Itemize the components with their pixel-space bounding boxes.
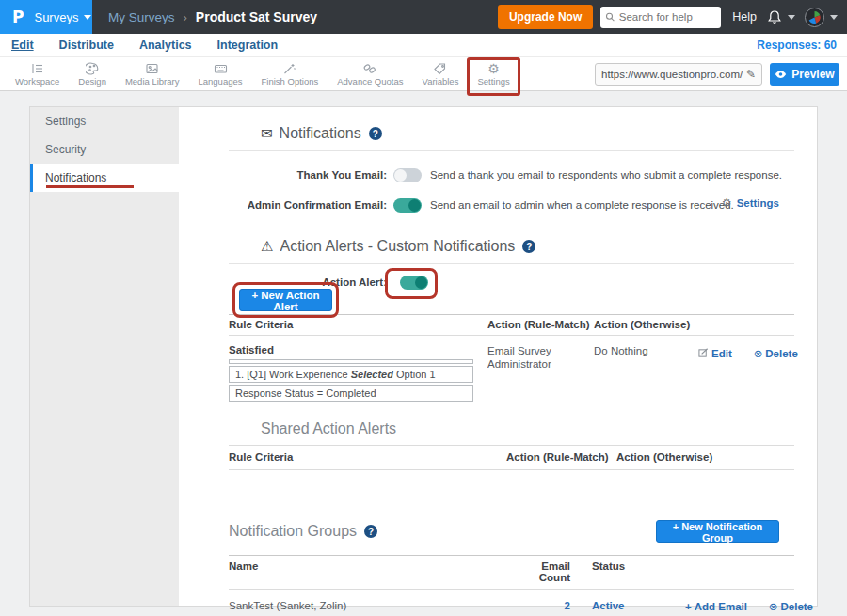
chevron-down-icon [788,15,795,20]
account-menu[interactable] [805,8,838,27]
settings-sidebar: Settings Security Notifications [30,107,179,606]
help-search-box[interactable] [600,7,721,28]
settings-card: Settings Security Notifications ✉ Notifi… [29,106,818,607]
section-title-notifications: Notifications [280,125,361,142]
delete-alert-link[interactable]: ⊗Delete [754,348,798,359]
questionpro-logo-icon: P [12,8,24,26]
survey-nav: Edit Distribute Analytics Integration Re… [0,34,847,56]
col-action-rule-match: Action (Rule-Match) [487,319,594,330]
edit-toolbar: Workspace Design Media Library Languages… [0,56,847,91]
action-alert-label: Action Alert: [229,276,387,288]
action-alert-toggle[interactable] [400,276,428,290]
group-name: SankTest (Sanket, Zolin) [229,599,511,612]
col-rule-criteria: Rule Criteria [229,451,506,463]
chevron-down-icon [830,15,838,20]
tab-analytics[interactable]: Analytics [139,39,192,52]
product-menu[interactable]: P Surveys [0,0,92,34]
delete-group-link[interactable]: ⊗Delete [769,601,813,612]
preview-button[interactable]: Preview [770,63,839,86]
action-rule-match-cell: Email Survey Administrator [487,344,594,402]
shared-alerts-section-header: Shared Action Alerts [261,420,794,437]
magic-wand-icon [282,61,296,75]
upgrade-now-button[interactable]: Upgrade Now [498,5,593,29]
notifications-content: ✉ Notifications ? Thank You Email: Send … [179,107,817,606]
sidebar-item-security[interactable]: Security [30,135,179,164]
notifications-annotation-underline [46,185,134,188]
toolbar-item-design[interactable]: Design [69,56,116,91]
divider [229,150,794,151]
edit-alert-link[interactable]: Edit [698,348,732,359]
edit-icon [698,348,709,358]
add-email-link[interactable]: +Add Email [685,601,747,612]
thank-you-email-label: Thank You Email: [229,169,387,181]
new-notification-group-button[interactable]: +New Notification Group [656,520,779,543]
thank-you-email-desc: Send a thank you email to respondents wh… [430,169,782,181]
notifications-bell-menu[interactable] [767,9,795,25]
top-bar: P Surveys My Surveys › Product Sat Surve… [0,0,847,34]
group-status[interactable]: Active [570,600,685,611]
sidebar-item-settings[interactable]: Settings [30,107,179,135]
thank-you-email-toggle[interactable] [393,168,422,182]
notification-groups-header: Notification Groups ? +New Notification … [229,520,794,543]
help-question-icon[interactable]: ? [522,240,535,253]
group-email-count-link[interactable]: 2 [511,600,570,611]
breadcrumb-separator-icon: › [184,10,187,24]
survey-url-text: https://www.questionpro.com/t/. [601,69,743,80]
action-alerts-table-header: Rule Criteria Action (Rule-Match) Action… [229,314,794,336]
plus-icon: + [673,521,679,532]
criteria-box-2: Response Status = Completed [229,385,473,402]
section-title-notification-groups: Notification Groups [229,523,357,540]
new-action-alert-button[interactable]: +New Action Alert [239,289,332,311]
tab-edit[interactable]: Edit [11,39,34,52]
chevron-down-icon [84,15,91,20]
col-action-otherwise: Action (Otherwise) [594,319,698,330]
breadcrumb-current: Product Sat Survey [196,9,317,24]
settings-page: Settings Security Notifications ✉ Notifi… [0,91,847,616]
admin-confirmation-email-desc: Send an email to admin when a complete r… [430,199,734,211]
col-status: Status [570,561,685,583]
survey-url-field[interactable]: https://www.questionpro.com/t/. ✎ [595,63,762,86]
thank-you-email-row: Thank You Email: Send a thank you email … [229,165,794,185]
toolbar-item-advance-quotas[interactable]: Advance Quotas [328,56,412,91]
help-search-input[interactable] [619,11,716,23]
admin-confirmation-email-toggle[interactable] [393,198,422,213]
toolbar-item-workspace[interactable]: Workspace [6,56,69,91]
help-question-icon[interactable]: ? [369,127,382,140]
breadcrumb-parent[interactable]: My Surveys [108,10,175,24]
help-question-icon[interactable]: ? [364,525,377,538]
notifications-section-header: ✉ Notifications ? [261,125,794,142]
delete-icon: ⊗ [769,600,778,613]
envelope-icon: ✉ [261,125,273,142]
tab-distribute[interactable]: Distribute [59,39,114,52]
section-title-shared-alerts: Shared Action Alerts [261,420,396,437]
toolbar-item-media-library[interactable]: Media Library [116,56,189,91]
responses-count[interactable]: Responses: 60 [757,39,837,52]
chain-link-icon [362,61,377,75]
toolbar-item-finish-options[interactable]: Finish Options [252,56,328,91]
edit-url-pencil-icon[interactable]: ✎ [746,68,756,81]
shared-alerts-table-header: Rule Criteria Action (Rule-Match) Action… [229,445,794,470]
toolbar-item-variables[interactable]: Variables [413,56,469,91]
toolbar-item-languages[interactable]: Languages [188,56,251,91]
admin-confirmation-email-row: Admin Confirmation Email: Send an email … [229,195,794,215]
preview-label: Preview [791,68,834,81]
avatar [805,8,824,27]
sidebar-item-notifications[interactable]: Notifications [30,164,179,192]
warning-triangle-icon: ⚠ [261,238,273,255]
rule-criteria-cell: Satisfied 1. [Q1] Work Experience Select… [229,344,487,402]
action-alert-row: Satisfied 1. [Q1] Work Experience Select… [229,336,794,402]
palette-icon [86,61,100,75]
rule-status: Satisfied [229,344,487,355]
col-email-count: Email Count [511,561,570,583]
plus-icon: + [252,290,259,301]
admin-email-settings-link[interactable]: ⚙ Settings [722,197,779,210]
breadcrumb: My Surveys › Product Sat Survey [108,9,317,24]
col-action-otherwise: Action (Otherwise) [616,451,794,463]
toolbar-item-settings[interactable]: ⚙ Settings [468,56,519,91]
tab-integration[interactable]: Integration [217,39,279,52]
group-row: SankTest (Sanket, Zolin) 2 Active +Add E… [229,590,794,616]
help-link[interactable]: Help [732,10,757,24]
col-action-rule-match: Action (Rule-Match) [506,451,616,463]
delete-icon: ⊗ [754,347,763,360]
workspace-icon [30,61,44,75]
